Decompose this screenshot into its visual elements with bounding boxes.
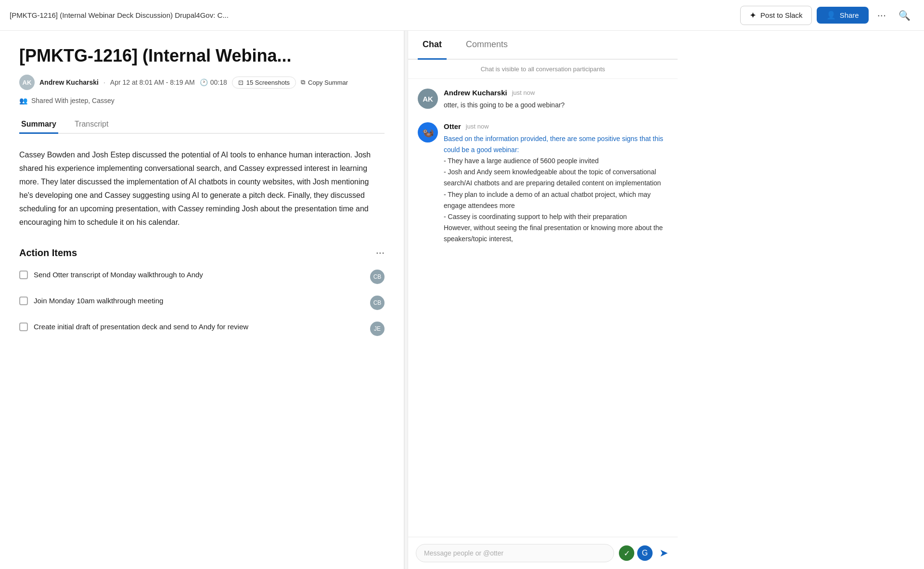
chat-messages: AK Andrew Kucharski just now otter, is t… [408,79,678,537]
author-avatar: AK [19,75,35,90]
slack-icon: ✦ [749,10,757,21]
left-panel: [PMKTG-1216] (Internal Webina... AK Andr… [0,31,404,569]
action-avatar-3: JE [370,322,385,336]
shared-row: 👥 Shared With jestep, Cassey [19,97,385,104]
tabs-row: Summary Transcript [19,116,385,134]
action-items-header: Action Items ··· [19,246,385,259]
chat-message: AK Andrew Kucharski just now otter, is t… [418,89,668,111]
tab-chat[interactable]: Chat [418,31,447,60]
chat-avatar-andrew: AK [418,89,438,109]
shared-icon: 👥 [19,97,27,104]
action-checkbox-3[interactable] [19,323,28,331]
chat-time: just now [512,89,535,96]
chat-meta-otter: Otter just now [444,122,668,130]
chat-message-otter: 🦦 Otter just now Based on the informatio… [418,122,668,245]
chat-icon-blue[interactable]: G [637,545,653,561]
summary-text: Cassey Bowden and Josh Estep discussed t… [19,148,385,229]
header-bar: [PMKTG-1216] (Internal Webinar Deck Disc… [0,0,924,31]
chat-time-otter: just now [466,123,489,130]
action-text-1: Send Otter transcript of Monday walkthro… [34,270,364,281]
panel-divider [404,31,408,569]
chat-input[interactable] [416,544,614,562]
chat-body-otter: Otter just now Based on the information … [444,122,668,245]
chat-tabs-row: Chat Comments [408,31,678,60]
clock-icon: 🕐 [200,78,208,86]
action-avatar-1: CB [370,270,385,284]
header-title: [PMKTG-1216] (Internal Webinar Deck Disc… [10,11,346,19]
duration-badge: 🕐 00:18 [200,78,227,86]
action-item: Join Monday 10am walkthrough meeting CB [19,294,385,312]
action-avatar-2: CB [370,296,385,310]
post-to-slack-button[interactable]: ✦ Post to Slack [740,6,812,25]
header-actions: ✦ Post to Slack 👤 Share ··· 🔍 [740,6,914,25]
chat-avatar-otter: 🦦 [418,122,438,142]
action-text-2: Join Monday 10am walkthrough meeting [34,296,364,307]
share-button[interactable]: 👤 Share [817,7,869,24]
action-item: Send Otter transcript of Monday walkthro… [19,268,385,286]
chat-meta: Andrew Kucharski just now [444,89,668,97]
chat-input-icons: ✓ G [619,545,653,561]
chat-author: Andrew Kucharski [444,89,507,97]
action-items-more-button[interactable]: ··· [376,246,385,259]
chat-body: Andrew Kucharski just now otter, is this… [444,89,668,111]
recording-date: Apr 12 at 8:01 AM - 8:19 AM [110,78,195,86]
screenshots-icon: ⊡ [238,79,244,86]
action-text-3: Create initial draft of presentation dec… [34,322,364,333]
more-options-button[interactable]: ··· [873,7,890,24]
share-icon: 👤 [826,11,836,20]
screenshots-button[interactable]: ⊡ 15 Screenshots [232,77,296,89]
action-checkbox-1[interactable] [19,271,28,279]
copy-summary-button[interactable]: ⧉ Copy Summar [301,78,348,86]
tab-transcript[interactable]: Transcript [73,116,111,134]
doc-title: [PMKTG-1216] (Internal Webina... [19,45,385,66]
copy-icon: ⧉ [301,78,305,86]
main-layout: [PMKTG-1216] (Internal Webina... AK Andr… [0,31,924,569]
chat-send-button[interactable]: ➤ [657,545,670,561]
chat-author-otter: Otter [444,122,461,130]
chat-content-otter: Based on the information provided, there… [444,133,668,245]
author-name: Andrew Kucharski [39,78,99,86]
search-button[interactable]: 🔍 [895,8,914,23]
action-items-title: Action Items [19,247,77,259]
chat-content: otter, is this going to be a good webina… [444,100,668,111]
action-items-list: Send Otter transcript of Monday walkthro… [19,268,385,338]
right-panel: Chat Comments Chat is visible to all con… [408,31,678,569]
action-item: Create initial draft of presentation dec… [19,320,385,338]
chat-notice: Chat is visible to all conversation part… [408,60,678,79]
tab-summary[interactable]: Summary [19,116,58,134]
meta-row: AK Andrew Kucharski · Apr 12 at 8:01 AM … [19,75,385,90]
chat-icon-green[interactable]: ✓ [619,545,634,561]
chat-input-row: ✓ G ➤ [408,537,678,569]
tab-comments[interactable]: Comments [461,31,513,60]
action-checkbox-2[interactable] [19,297,28,305]
